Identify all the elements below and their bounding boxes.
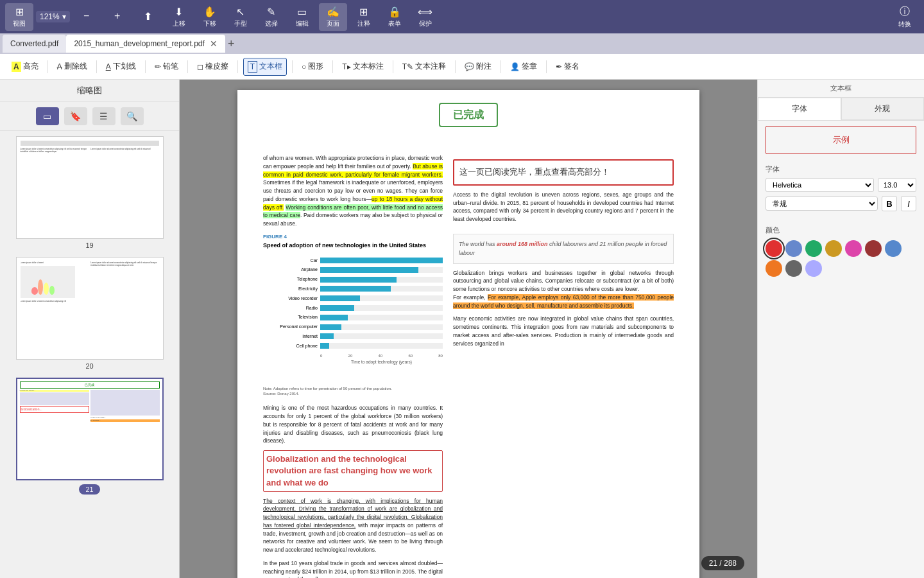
tab-human-dev[interactable]: 2015_human_development_report.pdf ✕ — [66, 35, 225, 53]
sidebar-outline-button[interactable]: ☰ — [92, 107, 116, 125]
sidebar-scroll[interactable]: Lorem ipsum dolor sit amet consectetur a… — [0, 131, 179, 578]
thumbnail-20-image: Lorem ipsum dolor sit amet — [16, 257, 164, 360]
separator — [47, 60, 48, 73]
view-icon: ⊞ — [15, 6, 24, 18]
color-swatch-6[interactable] — [885, 240, 902, 257]
pdf-page: 已完成 of whom are women. With appropriate … — [237, 90, 699, 578]
shape-tool[interactable]: ○ 图形 — [298, 58, 327, 74]
textmark-tool[interactable]: T▸ 文本标注 — [338, 58, 387, 74]
color-swatch-8[interactable] — [785, 260, 802, 277]
chart-bar-row: Cell phone — [263, 343, 443, 349]
separator5 — [237, 60, 238, 73]
color-swatch-3[interactable] — [825, 240, 842, 257]
zoom-out-icon: − — [83, 10, 89, 22]
bar-chart: CarAirplaneTelephoneElectricityVideo rec… — [263, 255, 443, 383]
color-swatch-0[interactable] — [766, 240, 782, 257]
chart-bar-row: Television — [263, 314, 443, 320]
font-size-select[interactable]: 13.0 10.0 12.0 14.0 — [878, 178, 916, 192]
chart-bar-row: Telephone — [263, 276, 443, 283]
para-left-1: of whom are women. With appropriate prot… — [263, 154, 443, 228]
upload-button[interactable]: ⬆ — [134, 8, 162, 26]
text-annotate-tool[interactable]: T✎ 文本注释 — [398, 58, 450, 74]
stamp-tool[interactable]: 👤 签章 — [506, 58, 541, 74]
color-swatch-5[interactable] — [865, 240, 882, 257]
select-icon: ↖ — [236, 6, 244, 18]
para-left-2: Mining is one of the most hazardous occu… — [263, 404, 443, 445]
edit-tool-button[interactable]: ✎ 选择 — [257, 3, 286, 31]
tab-converted[interactable]: Converted.pdf — [3, 35, 66, 53]
color-swatch-9[interactable] — [805, 260, 822, 277]
textbox-tool[interactable]: T 文本框 — [243, 58, 287, 76]
textmark-icon: T▸ — [342, 62, 350, 71]
color-swatch-2[interactable] — [805, 240, 822, 257]
zoom-in-button[interactable]: + — [103, 8, 132, 26]
pencil-tool[interactable]: ✏ 铅笔 — [151, 58, 182, 74]
strikethrough-tool[interactable]: A 删除线 — [53, 58, 91, 74]
color-swatch-1[interactable] — [785, 240, 802, 257]
font-name-row: Helvetica Arial Times New Roman 13.0 10.… — [766, 178, 916, 192]
sidebar-search-button[interactable]: 🔍 — [121, 107, 144, 125]
sidebar-bookmarks-button[interactable]: 🔖 — [64, 107, 87, 125]
close-tab-icon[interactable]: ✕ — [210, 39, 218, 49]
chart-bar-row: Radio — [263, 305, 443, 311]
page-tool-button[interactable]: ▭ 编辑 — [288, 3, 316, 31]
highlight-tool[interactable]: A 高亮 — [8, 58, 42, 74]
protect-tool-button[interactable]: 🔒 表单 — [381, 3, 409, 31]
zoom-in-icon: + — [114, 10, 120, 22]
color-swatch-7[interactable] — [766, 260, 782, 277]
sidebar: 缩略图 ▭ 🔖 ☰ 🔍 Lorem ipsum dolor sit amet c… — [0, 80, 180, 578]
chart-bar-row: Video recorder — [263, 295, 443, 302]
zoom-control[interactable]: 121% ▾ — [36, 11, 70, 22]
font-name-select[interactable]: Helvetica Arial Times New Roman — [766, 178, 874, 192]
separator7 — [332, 60, 333, 73]
format-icon: ⓘ — [900, 5, 910, 19]
panel-tab-appearance[interactable]: 外观 — [841, 98, 925, 120]
sign-tool[interactable]: ✒ 签名 — [552, 58, 583, 74]
content-area[interactable]: 已完成 of whom are women. With appropriate … — [180, 80, 757, 578]
annotate-icon: ✍ — [327, 6, 339, 18]
annotation-toolbar: A 高亮 A 删除线 A 下划线 ✏ 铅笔 ◻ 橡皮擦 T 文本框 ○ 图形 T… — [0, 54, 924, 80]
download-button[interactable]: ⬇ 上移 — [165, 3, 193, 31]
panel-tab-font[interactable]: 字体 — [758, 98, 841, 120]
stamp-icon: 👤 — [510, 62, 520, 71]
underline-tool[interactable]: A 下划线 — [102, 58, 140, 74]
strikethrough-icon: A — [57, 62, 62, 71]
table-tool-button[interactable]: ⊞ 注释 — [350, 3, 378, 31]
font-section: 字体 Helvetica Arial Times New Roman 13.0 … — [758, 159, 924, 220]
zoom-out-button[interactable]: − — [73, 8, 101, 26]
eraser-icon: ◻ — [197, 62, 203, 71]
chart-bar-row: Internet — [263, 333, 443, 340]
annotation-box: 这一页已阅读完毕，重点查看高亮部分！ — [453, 159, 674, 186]
eraser-tool[interactable]: ◻ 橡皮擦 — [193, 58, 232, 74]
color-swatch-4[interactable] — [845, 240, 862, 257]
thumbnail-19[interactable]: Lorem ipsum dolor sit amet consectetur a… — [5, 136, 174, 249]
protect-icon: 🔒 — [388, 6, 401, 18]
hand-tool-button[interactable]: ✋ 下移 — [196, 3, 224, 31]
page-number-badge: 21 / 288 — [701, 556, 744, 570]
color-section-label: 颜色 — [766, 225, 916, 235]
bold-button[interactable]: B — [882, 196, 897, 211]
panel-section-title: 文本框 — [758, 80, 924, 98]
italic-button[interactable]: I — [901, 196, 916, 211]
convert-tool-button[interactable]: ⟺ 保护 — [411, 3, 440, 31]
font-style-select[interactable]: 常规 粗体 斜体 — [766, 197, 878, 211]
sidebar-icons: ▭ 🔖 ☰ 🔍 — [0, 102, 179, 131]
panel-tabs: 字体 外观 — [758, 98, 924, 121]
x-axis-label: Time to adopt technology (years) — [263, 359, 443, 365]
figure-title: Speed of adoption of new technologies in… — [263, 242, 443, 250]
add-tab-button[interactable]: + — [228, 37, 235, 51]
thumbnail-19-label: 19 — [5, 241, 174, 249]
thumbnail-19-image: Lorem ipsum dolor sit amet consectetur a… — [16, 136, 164, 239]
annotate-tool-button[interactable]: ✍ 页面 — [319, 3, 347, 31]
sidebar-pages-button[interactable]: ▭ — [36, 107, 59, 125]
separator3 — [145, 60, 146, 73]
thumbnail-20[interactable]: Lorem ipsum dolor sit amet — [5, 257, 174, 370]
select-tool-button[interactable]: ↖ 手型 — [227, 3, 255, 31]
view-button[interactable]: ⊞ 视图 — [5, 3, 33, 31]
table-icon: ⊞ — [359, 6, 368, 18]
thumbnail-21[interactable]: 已完成 of whom are women... Globalization..… — [5, 378, 174, 495]
chart-bar-row: Electricity — [263, 286, 443, 292]
comment-tool[interactable]: 💬 附注 — [461, 58, 495, 74]
chart-bar-row: Personal computer — [263, 324, 443, 330]
format-tool-button[interactable]: ⓘ 转换 — [891, 3, 919, 31]
